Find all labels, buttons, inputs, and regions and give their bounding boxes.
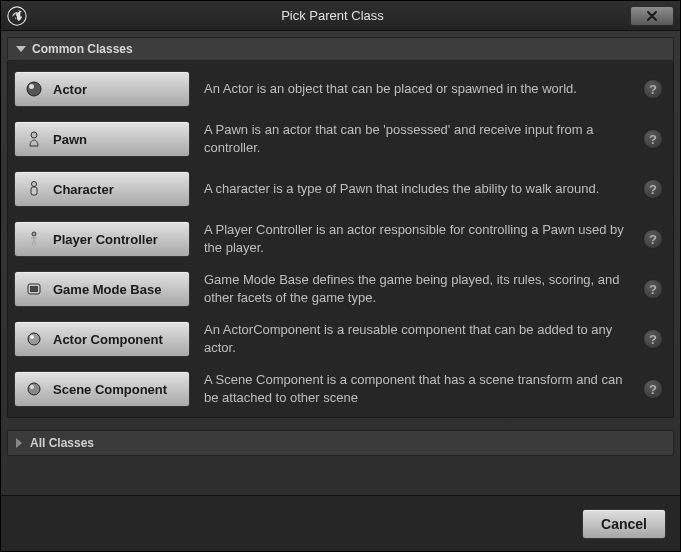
help-button-actor-component[interactable]: ? xyxy=(643,329,663,349)
class-row-scene-component: Scene Component A Scene Component is a c… xyxy=(14,371,667,407)
common-classes-header[interactable]: Common Classes xyxy=(7,37,674,61)
class-label: Actor xyxy=(53,82,87,97)
svg-point-10 xyxy=(30,335,34,339)
all-classes-header[interactable]: All Classes xyxy=(7,430,674,456)
class-desc: A Scene Component is a component that ha… xyxy=(204,371,629,406)
class-label: Game Mode Base xyxy=(53,282,161,297)
svg-rect-8 xyxy=(30,286,38,292)
actor-icon xyxy=(25,80,43,98)
help-button-actor[interactable]: ? xyxy=(643,79,663,99)
class-desc: An Actor is an object that can be placed… xyxy=(204,80,629,98)
close-icon xyxy=(646,10,658,22)
dialog-title: Pick Parent Class xyxy=(35,8,630,23)
class-button-game-mode-base[interactable]: Game Mode Base xyxy=(14,271,190,307)
svg-point-2 xyxy=(29,84,34,89)
help-button-scene-component[interactable]: ? xyxy=(643,379,663,399)
svg-point-6 xyxy=(32,232,36,236)
svg-point-4 xyxy=(32,182,37,187)
help-icon: ? xyxy=(649,232,657,247)
svg-point-11 xyxy=(28,383,40,395)
help-icon: ? xyxy=(649,82,657,97)
dialog-window: Pick Parent Class Common Classes Actor A… xyxy=(0,0,681,552)
character-icon xyxy=(25,180,43,198)
chevron-down-icon xyxy=(16,46,26,52)
class-row-actor-component: Actor Component An ActorComponent is a r… xyxy=(14,321,667,357)
class-desc: An ActorComponent is a reusable componen… xyxy=(204,321,629,356)
class-row-actor: Actor An Actor is an object that can be … xyxy=(14,71,667,107)
scene-component-icon xyxy=(25,380,43,398)
common-classes-label: Common Classes xyxy=(32,42,133,56)
class-button-character[interactable]: Character xyxy=(14,171,190,207)
class-row-game-mode-base: Game Mode Base Game Mode Base defines th… xyxy=(14,271,667,307)
actor-component-icon xyxy=(25,330,43,348)
svg-point-3 xyxy=(31,132,37,138)
class-button-actor[interactable]: Actor xyxy=(14,71,190,107)
help-button-pawn[interactable]: ? xyxy=(643,129,663,149)
class-row-player-controller: Player Controller A Player Controller is… xyxy=(14,221,667,257)
svg-point-12 xyxy=(30,385,34,389)
help-icon: ? xyxy=(649,332,657,347)
class-row-pawn: Pawn A Pawn is an actor that can be 'pos… xyxy=(14,121,667,157)
class-label: Pawn xyxy=(53,132,87,147)
help-icon: ? xyxy=(649,182,657,197)
class-desc: A Pawn is an actor that can be 'possesse… xyxy=(204,121,629,156)
class-button-actor-component[interactable]: Actor Component xyxy=(14,321,190,357)
all-classes-label: All Classes xyxy=(30,436,94,450)
pawn-icon xyxy=(25,130,43,148)
class-button-player-controller[interactable]: Player Controller xyxy=(14,221,190,257)
game-mode-base-icon xyxy=(25,280,43,298)
svg-point-9 xyxy=(28,333,40,345)
dialog-footer: Cancel xyxy=(1,495,680,551)
class-button-scene-component[interactable]: Scene Component xyxy=(14,371,190,407)
chevron-right-icon xyxy=(16,438,22,448)
class-label: Player Controller xyxy=(53,232,158,247)
cancel-button[interactable]: Cancel xyxy=(582,509,666,539)
class-label: Actor Component xyxy=(53,332,163,347)
help-icon: ? xyxy=(649,132,657,147)
svg-point-1 xyxy=(27,82,41,96)
help-button-character[interactable]: ? xyxy=(643,179,663,199)
class-desc: Game Mode Base defines the game being pl… xyxy=(204,271,629,306)
help-button-player-controller[interactable]: ? xyxy=(643,229,663,249)
unreal-logo-icon xyxy=(7,6,27,26)
class-label: Character xyxy=(53,182,114,197)
class-button-pawn[interactable]: Pawn xyxy=(14,121,190,157)
class-label: Scene Component xyxy=(53,382,167,397)
svg-rect-5 xyxy=(31,187,37,195)
close-button[interactable] xyxy=(630,6,674,26)
player-controller-icon xyxy=(25,230,43,248)
help-icon: ? xyxy=(649,382,657,397)
dialog-body: Common Classes Actor An Actor is an obje… xyxy=(1,31,680,495)
common-classes-list: Actor An Actor is an object that can be … xyxy=(7,61,674,418)
help-button-game-mode-base[interactable]: ? xyxy=(643,279,663,299)
class-desc: A Player Controller is an actor responsi… xyxy=(204,221,629,256)
class-desc: A character is a type of Pawn that inclu… xyxy=(204,180,629,198)
help-icon: ? xyxy=(649,282,657,297)
class-row-character: Character A character is a type of Pawn … xyxy=(14,171,667,207)
titlebar: Pick Parent Class xyxy=(1,1,680,31)
